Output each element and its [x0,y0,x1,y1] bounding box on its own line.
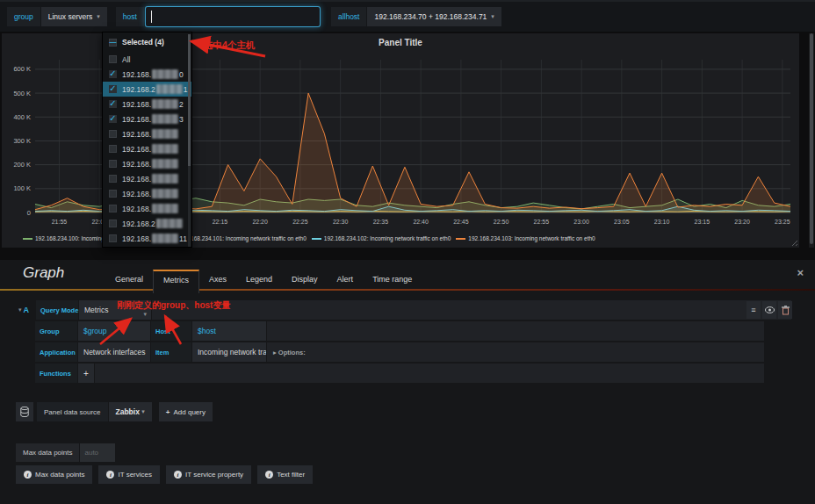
group-field-value[interactable]: $group [78,321,150,341]
host-dropdown-item-label: 192.168. [122,174,179,184]
tab-general[interactable]: General [105,270,153,289]
host-dropdown-item-label: 192.168.2 [122,99,184,109]
host-dropdown-item[interactable]: ✓192.168.3 [103,112,191,126]
tab-display[interactable]: Display [282,270,328,289]
host-dropdown-item[interactable]: 192.168. [103,171,191,186]
host-dropdown-item-label: 192.168. [122,159,179,169]
max-data-points-row: Max data points [16,443,115,462]
panel-resize-handle[interactable] [790,238,797,246]
query-actions: ≡ [746,301,792,319]
svg-text:23:15: 23:15 [695,219,710,225]
close-icon[interactable]: × [797,267,804,278]
host-dropdown-items: All✓192.168.0✓192.168.21✓192.168.2✓192.1… [103,52,191,246]
query-row-group-host: Group $group Host $host [35,321,765,341]
redacted-text [152,99,178,109]
unchecked-checkbox-icon [109,55,117,63]
chevron-down-icon: ▾ [141,408,145,415]
info-button-it-services[interactable]: iIT services [98,465,160,484]
application-field-value[interactable]: Network interfaces [78,342,150,362]
host-dropdown-item[interactable]: 192.168. [103,141,191,156]
host-dropdown-selected-header[interactable]: — Selected (4) [103,32,191,52]
legend-item[interactable]: 192.168.234.102: Incoming network traffi… [312,235,451,241]
host-dropdown-item[interactable]: 192.168.2 [103,216,191,231]
host-dropdown-item-label: 192.168.2 [122,219,184,228]
svg-text:23:00: 23:00 [573,219,589,225]
page-scrollbar[interactable] [809,33,814,248]
unchecked-checkbox-icon [109,175,117,183]
svg-text:22:45: 22:45 [453,219,469,225]
host-dropdown-item[interactable]: ✓192.168.2 [103,97,191,112]
host-dropdown-item-label: 192.168. [122,129,179,139]
tab-alert[interactable]: Alert [328,270,364,289]
host-dropdown-item[interactable]: 192.168. [103,201,191,216]
trash-icon[interactable] [778,301,792,319]
editor-header: Graph GeneralMetricsAxesLegendDisplayAle… [0,260,815,289]
host-dropdown-item-label: 192.168.3 [122,114,184,124]
editor-tabs: GeneralMetricsAxesLegendDisplayAlertTime… [105,270,422,289]
eye-icon[interactable] [762,301,776,319]
datasource-row: Panel data source Zabbix ▾ +Add query [16,402,213,421]
query-row-functions: Functions + [35,364,765,383]
host-field-value[interactable]: $host [192,321,266,341]
host-dropdown: — Selected (4) All✓192.168.0✓192.168.21✓… [102,32,192,248]
legend-item[interactable]: 192.168.234.103: Incoming network traffi… [456,235,595,241]
tab-metrics[interactable]: Metrics [153,270,199,293]
host-dropdown-item[interactable]: 192.168. [103,186,191,201]
info-button-it-service-property[interactable]: iIT service property [166,465,251,484]
add-query-button[interactable]: +Add query [159,402,213,421]
dropdown-scrollbar[interactable] [188,34,191,247]
group-variable-value[interactable]: Linux servers▾ [41,7,107,26]
item-field-value[interactable]: Incoming network traffic [192,342,266,362]
host-dropdown-item[interactable]: All [103,52,191,67]
info-button-text-filter[interactable]: iText filter [257,465,313,484]
host-search-input[interactable] [145,6,321,27]
query-mode-select[interactable]: Metrics▾ [79,300,151,320]
host-variable-label: host [116,7,144,26]
options-toggle[interactable]: ▸ Options: [267,349,306,356]
tab-legend[interactable]: Legend [236,270,282,289]
checked-checkbox-icon: ✓ [109,100,117,108]
redacted-text [152,144,178,154]
text-cursor [151,11,152,23]
info-button-max-data-points[interactable]: iMax data points [16,465,92,484]
menu-icon[interactable]: ≡ [746,301,761,319]
svg-text:22:25: 22:25 [292,219,308,225]
redacted-text [152,114,178,124]
datasource-select[interactable]: Zabbix ▾ [109,402,152,421]
query-row-application-item: Application Network interfaces Item Inco… [35,342,765,362]
editor-bottom-buttons: iMax data pointsiIT servicesiIT service … [16,465,313,484]
svg-text:23:20: 23:20 [734,219,750,225]
svg-text:23:05: 23:05 [614,219,630,225]
host-dropdown-item[interactable]: 192.168.11 [103,231,191,246]
host-dropdown-item-label: All [122,55,130,64]
legend-color-dash [456,238,465,240]
redacted-text [152,189,178,198]
query-ref-toggle[interactable]: ▾A [16,300,32,320]
svg-text:23:25: 23:25 [775,219,790,225]
host-dropdown-item-label: 192.168. [122,144,179,154]
chevron-down-icon: ▾ [18,306,22,313]
svg-text:600 K: 600 K [13,65,31,73]
query-row-mode: ▾A Query Mode Metrics▾ [16,300,792,320]
tab-axes[interactable]: Axes [199,270,236,289]
allhost-variable-value[interactable]: 192.168.234.70 + 192.168.234.71▾ [367,7,501,26]
database-icon[interactable] [16,402,33,421]
functions-label: Functions [35,364,77,383]
redacted-text [156,84,183,94]
editor-panel-type: Graph [23,264,64,282]
host-dropdown-item[interactable]: 192.168. [103,126,191,141]
svg-text:21:55: 21:55 [52,219,68,225]
group-variable-label: group [7,7,40,26]
host-field-label: Host [151,321,191,341]
host-dropdown-item[interactable]: 192.168. [103,156,191,171]
redacted-text [152,234,178,243]
host-dropdown-item[interactable]: ✓192.168.21 [103,82,191,97]
host-dropdown-item-label: 192.168. [122,204,179,213]
indeterminate-checkbox-icon: — [109,39,117,47]
tab-time-range[interactable]: Time range [363,270,422,289]
max-data-points-input[interactable] [80,443,115,462]
unchecked-checkbox-icon [109,190,117,198]
scrollbar-thumb[interactable] [810,33,813,244]
host-dropdown-item[interactable]: ✓192.168.0 [103,67,191,82]
add-function-button[interactable]: + [78,364,94,383]
